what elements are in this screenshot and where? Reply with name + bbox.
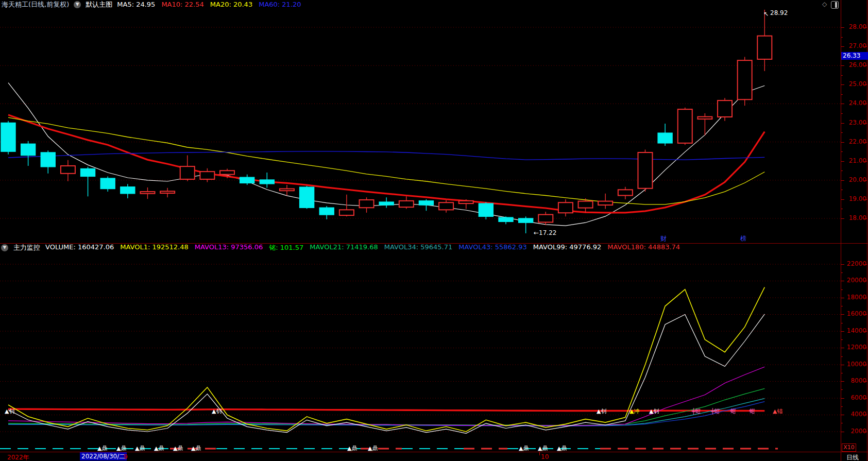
chevron-down-icon[interactable]: ▼ [74,1,81,8]
volume-label-20000: 20000 [845,277,866,284]
axis-tick [841,104,844,104]
axis-tick [841,306,843,306]
volume-label-22000: 22000 [845,260,866,267]
candle-body [439,202,453,210]
price-label-21.00: 21.00 [845,157,866,164]
main-chart-header: 海天精工(日线,前复权) ▼ 默认主图 MA5: 24.95MA10: 22.5… [0,0,301,9]
right-edge-line [867,0,867,461]
candle-body [360,200,374,208]
candle-body [21,144,36,155]
current-price-tag: 26.33 [841,52,868,60]
candle-body [658,133,672,143]
ding-marker: ▲鼎 [135,445,145,452]
axis-tick [841,356,843,357]
signal-marker: 蚶 [750,408,755,415]
ding-marker: ▲鼎 [347,445,357,452]
axis-tick [841,365,844,365]
axis-tick [841,190,843,190]
candle-body [1,123,15,152]
axis-tick [841,170,843,171]
candle-body [100,178,115,189]
candle-body [519,218,533,223]
vol-item-0: VOLUME: 160427.06 [45,243,114,252]
indicator-title: 主力监控 [13,243,40,252]
signal-marker: 蚶 [730,408,736,415]
vol-item-3: 铭: 101.57 [269,243,303,252]
axis-tick [841,27,844,28]
diamond-icon[interactable]: ◇ [822,1,827,8]
candle-body [479,203,493,216]
candle-body [240,177,254,183]
axis-tick [841,398,844,399]
candle-body [697,117,712,119]
stock-title: 海天精工(日线,前复权) [2,0,69,9]
candle-body [339,210,354,215]
volume-label-16000: 16000 [845,310,866,317]
volume-label-4000: 4000 [845,411,866,418]
period-label[interactable]: 日线 [846,453,859,461]
axis-tick [841,406,843,407]
chevron-down-icon[interactable]: ▼ [1,244,8,251]
volume-label-14000: 14000 [845,327,866,334]
ding-marker: ▲鼎 [191,445,201,452]
volume-line-VOLUME [8,314,764,434]
ma-legend: MA5: 24.95MA10: 22.54MA20: 20.43MA60: 21… [117,1,301,8]
candle-body [180,166,195,179]
candle-body [419,201,433,205]
candle-body [160,191,175,193]
price-label-23.00: 23.00 [845,119,866,126]
vol-item-7: MAVOL99: 49776.92 [533,243,602,252]
candle-body [757,36,772,59]
price-label-26.00: 26.00 [845,61,866,69]
axis-tick [841,84,844,85]
axis-tick [841,381,844,382]
candle-body [379,202,394,205]
panel-layout-icon[interactable] [831,1,839,9]
vol-item-5: MAVOL34: 59645.71 [384,243,453,252]
axis-tick [841,281,844,281]
axis-tick [841,423,843,423]
axis-tick [841,142,844,143]
axis-tick [841,373,843,373]
axis-tick [841,432,844,432]
high-arrow: ↖ [763,10,769,18]
vol-item-6: MAVOL43: 55862.93 [458,243,527,252]
ding-marker: ▲鼎 [519,445,529,452]
candle-body [598,201,612,205]
price-label-20.00: 20.00 [845,176,866,183]
candle-body [121,187,135,194]
price-label-27.00: 27.00 [845,42,866,49]
ding-marker: ▲鼎 [538,445,548,452]
vol-item-4: MAVOL21: 71419.68 [310,243,378,252]
volume-legend: VOLUME: 160427.06MAVOL1: 192512.48MAVOL1… [45,243,680,252]
candle-body [280,189,294,191]
signal-marker: ▲锚 [773,408,782,415]
volume-label-12000: 12000 [845,344,866,351]
price-label-24.00: 24.00 [845,99,866,107]
axis-tick [841,272,843,273]
axis-tick [841,123,844,124]
candle-body [499,217,513,221]
year-label: 2022年 [7,453,29,461]
cai-tag: 财 [660,235,667,242]
date-axis-bar: 2022年 2022/08/30/二 9 10 日线 [0,452,868,461]
ma-item-0: MA5: 24.95 [117,1,155,8]
volume-label-2000: 2000 [845,428,866,435]
volume-chart[interactable]: ▲鼎▲鼎▲鼎▲鼎▲鼎▲鼎▲鼎▲鼎▲鼎▲鼎▲鼎▲钊▲钊▲钊▲冲▲钊╪蚶╪蚶蚶蚶▲锚 [0,252,841,452]
month-label-10: 10 [541,453,549,460]
axis-tick [841,323,843,323]
candle-body [260,180,274,184]
bang-tag: 榜 [740,235,746,242]
axis-tick [841,314,844,315]
selected-date-box[interactable]: 2022/08/30/二 [80,452,127,460]
candlestick-chart[interactable]: ↖28.92←17.22财榜 [0,9,841,243]
candle-body [718,100,732,117]
vol-item-2: MAVOL13: 97356.06 [195,243,263,252]
signal-marker: ▲钊 [597,408,606,415]
axis-tick [841,113,843,114]
high-annotation: 28.92 [770,9,788,16]
signal-marker: ▲钊 [649,408,659,415]
axis-tick [841,65,844,66]
candle-body [140,192,155,194]
price-label-28.00: 28.00 [845,23,866,30]
